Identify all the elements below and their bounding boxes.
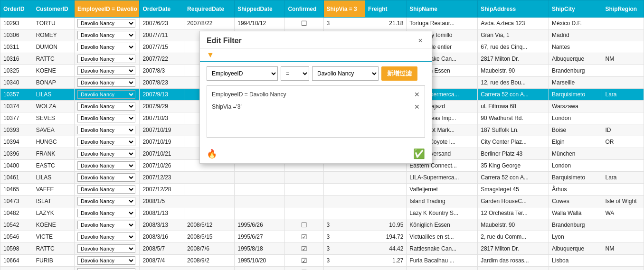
footer-left: 🔥 [207,149,217,159]
modal-overlay: Edit Filter × ▼ EmployeeID ShipVia Order… [0,0,644,270]
fire-icon: 🔥 [207,149,217,159]
modal-filter-icon: ▼ [200,49,432,61]
filter-item-2-remove[interactable]: ✕ [414,103,420,111]
modal-title: Edit Filter [207,37,242,45]
filter-item-1-remove[interactable]: ✕ [414,91,420,98]
modal-body: EmployeeID ShipVia OrderID = > < Davolio… [200,62,432,146]
filter-value-select[interactable]: Davolio Nancy Buchanan Steven [312,66,379,81]
filter-item-1-text: EmployeeID = Davolio Nancy [212,91,410,98]
filter-input-row: EmployeeID ShipVia OrderID = > < Davolio… [207,66,425,81]
filter-item-1: EmployeeID = Davolio Nancy ✕ [212,91,420,98]
filter-operator-select[interactable]: = > < [281,66,309,81]
filter-field-select[interactable]: EmployeeID ShipVia OrderID [207,66,278,81]
modal-close-button[interactable]: × [416,36,425,46]
filter-item-2: ShipVia ='3' ✕ [212,103,420,111]
add-filter-button[interactable]: 新增过滤 [381,66,417,81]
edit-filter-modal: Edit Filter × ▼ EmployeeID ShipVia Order… [199,31,432,164]
filter-list-box: EmployeeID = Davolio Nancy ✕ ShipVia ='3… [207,85,425,138]
ok-button[interactable]: ✅ [413,148,425,159]
modal-header: Edit Filter × [200,31,432,49]
app-container: OrderID CustomerID EmployeeID = Davolio … [0,0,644,270]
filter-item-2-text: ShipVia ='3' [212,103,410,110]
modal-footer: 🔥 ✅ [200,146,432,163]
